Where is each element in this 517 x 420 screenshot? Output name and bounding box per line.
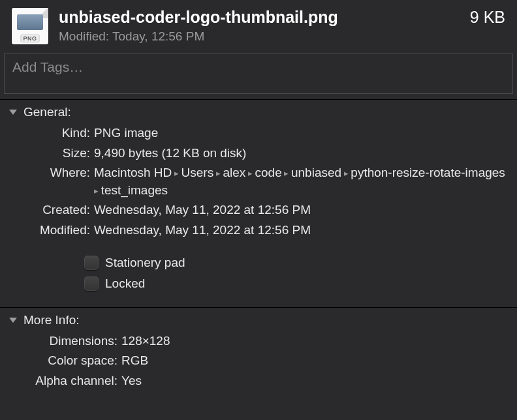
tags-field-wrapper[interactable]: [4, 53, 513, 94]
file-size-header: 9 KB: [470, 8, 505, 27]
modified-label: Modified:: [9, 222, 94, 239]
stationery-row: Stationery pad: [9, 252, 508, 273]
file-name: unbiased-coder-logo-thumbnail.png: [59, 8, 457, 27]
stationery-label: Stationery pad: [105, 256, 185, 270]
more-info-section: More Info: Dimensions: 128×128 Color spa…: [0, 308, 517, 399]
modified-row: Modified: Wednesday, May 11, 2022 at 12:…: [9, 220, 508, 241]
file-header: PNG unbiased-coder-logo-thumbnail.png 9 …: [0, 0, 517, 51]
size-label: Size:: [9, 145, 94, 162]
locked-label: Locked: [105, 277, 145, 291]
size-row: Size: 9,490 bytes (12 KB on disk): [9, 143, 508, 164]
tags-input[interactable]: [12, 59, 505, 75]
file-thumbnail: PNG: [12, 8, 48, 44]
kind-row: Kind: PNG image: [9, 123, 508, 143]
more-info-disclosure[interactable]: More Info:: [9, 313, 508, 327]
general-title: General:: [24, 105, 71, 119]
where-label: Where:: [9, 164, 94, 199]
created-value: Wednesday, May 11, 2022 at 12:56 PM: [94, 202, 508, 219]
where-row: Where: Macintosh HD ▸ Users ▸ alex ▸ cod…: [9, 163, 508, 200]
where-value: Macintosh HD ▸ Users ▸ alex ▸ code ▸ unb…: [94, 164, 508, 199]
alpha-row: Alpha channel: Yes: [9, 371, 508, 391]
modified-summary: Modified: Today, 12:56 PM: [59, 29, 505, 44]
kind-value: PNG image: [94, 125, 508, 142]
created-label: Created:: [9, 202, 94, 219]
more-info-title: More Info:: [24, 313, 80, 327]
locked-row: Locked: [9, 273, 508, 294]
kind-label: Kind:: [9, 125, 94, 142]
dimensions-value: 128×128: [121, 333, 508, 350]
dimensions-label: Dimensions:: [9, 333, 121, 350]
colorspace-row: Color space: RGB: [9, 351, 508, 371]
modified-value: Wednesday, May 11, 2022 at 12:56 PM: [94, 222, 508, 239]
general-section: General: Kind: PNG image Size: 9,490 byt…: [0, 100, 517, 302]
colorspace-value: RGB: [121, 352, 508, 370]
alpha-value: Yes: [121, 372, 508, 390]
thumbnail-badge: PNG: [20, 35, 39, 42]
size-value: 9,490 bytes (12 KB on disk): [94, 145, 508, 162]
locked-checkbox[interactable]: [84, 277, 99, 291]
alpha-label: Alpha channel:: [9, 372, 121, 390]
created-row: Created: Wednesday, May 11, 2022 at 12:5…: [9, 200, 508, 220]
chevron-down-icon: [9, 318, 17, 323]
general-disclosure[interactable]: General:: [9, 105, 508, 119]
colorspace-label: Color space:: [9, 352, 121, 370]
chevron-down-icon: [9, 110, 17, 115]
stationery-checkbox[interactable]: [84, 256, 99, 270]
dimensions-row: Dimensions: 128×128: [9, 331, 508, 352]
